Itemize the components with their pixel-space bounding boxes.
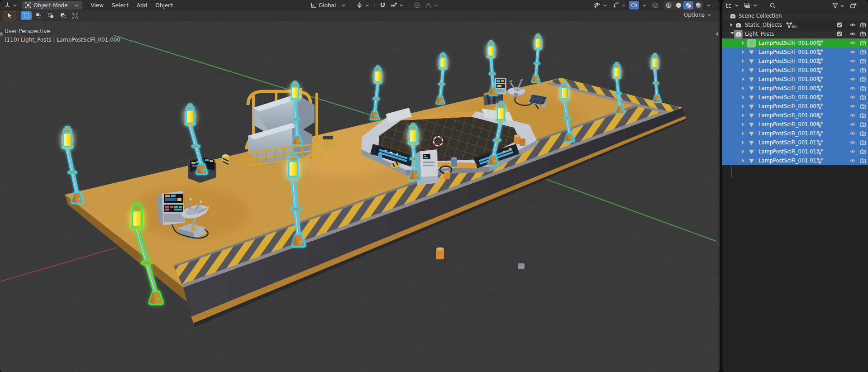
row-type-icon[interactable] xyxy=(735,31,742,38)
camera-icon[interactable] xyxy=(860,67,866,73)
outliner-row[interactable]: LampPostSciFi_001.007 xyxy=(722,102,868,111)
row-type-icon[interactable] xyxy=(748,103,755,110)
row-type-icon[interactable] xyxy=(730,13,736,19)
eye-icon[interactable] xyxy=(849,58,856,64)
outliner-row[interactable]: LampPostSciFi_001.013 xyxy=(722,156,868,165)
gizmo-dropdown[interactable] xyxy=(610,1,628,10)
row-type-icon[interactable] xyxy=(748,130,755,137)
camera-icon[interactable] xyxy=(860,49,866,55)
outliner-row[interactable]: LampPostSciFi_001.008 xyxy=(722,111,868,120)
eye-icon[interactable] xyxy=(849,31,856,37)
options-dropdown[interactable]: Options xyxy=(684,12,711,18)
select-mode-subtract-button[interactable] xyxy=(45,11,56,20)
view-layer-icon[interactable] xyxy=(744,2,750,9)
camera-icon[interactable] xyxy=(860,22,866,28)
select-mode-intersect-button[interactable] xyxy=(70,11,81,20)
expand-arrow[interactable] xyxy=(742,132,744,135)
eye-icon[interactable] xyxy=(849,76,856,82)
menu-add[interactable]: Add xyxy=(133,1,151,10)
expand-arrow[interactable] xyxy=(742,159,744,162)
select-mode-invert-button[interactable] xyxy=(57,11,68,20)
eye-icon[interactable] xyxy=(849,22,856,28)
outliner-row[interactable]: LampPostSciFi_001.000 xyxy=(722,38,868,48)
camera-icon[interactable] xyxy=(860,85,866,91)
outliner-row[interactable]: Static_Objects 66 xyxy=(722,20,868,29)
outliner-row[interactable]: LampPostSciFi_001.005 xyxy=(722,84,868,93)
expand-arrow[interactable] xyxy=(742,141,744,144)
eye-icon[interactable] xyxy=(849,67,856,73)
snap-toggle[interactable] xyxy=(377,1,387,10)
outliner-editor-icon[interactable] xyxy=(725,2,732,9)
snap-settings-dropdown[interactable] xyxy=(388,1,406,10)
orientation-dropdown[interactable]: Global xyxy=(308,1,348,10)
camera-icon[interactable] xyxy=(860,103,866,110)
outliner-row[interactable]: LampPostSciFi_001.009 xyxy=(722,120,868,129)
camera-icon[interactable] xyxy=(860,121,866,128)
shading-wireframe-button[interactable] xyxy=(663,1,673,10)
row-type-icon[interactable] xyxy=(748,148,755,155)
camera-icon[interactable] xyxy=(860,58,866,64)
camera-icon[interactable] xyxy=(860,157,866,164)
row-type-icon[interactable] xyxy=(748,139,755,146)
outliner-row[interactable]: Light_Posts xyxy=(722,29,868,38)
eye-icon[interactable] xyxy=(849,94,856,100)
outliner-row[interactable]: LampPostSciFi_001.010 xyxy=(722,129,868,138)
row-type-icon[interactable] xyxy=(748,85,755,92)
camera-icon[interactable] xyxy=(860,139,866,146)
outliner-row[interactable]: LampPostSciFi_001.001 xyxy=(722,48,868,57)
row-type-icon[interactable] xyxy=(748,121,755,128)
camera-icon[interactable] xyxy=(860,148,866,155)
row-type-icon[interactable] xyxy=(748,49,755,56)
shading-dropdown[interactable] xyxy=(704,2,713,9)
eye-icon[interactable] xyxy=(849,148,856,155)
eye-icon[interactable] xyxy=(849,157,856,164)
camera-icon[interactable] xyxy=(860,130,866,137)
row-type-icon[interactable] xyxy=(748,94,755,101)
expand-arrow[interactable] xyxy=(742,114,744,117)
camera-icon[interactable] xyxy=(860,40,866,46)
expand-arrow[interactable] xyxy=(730,32,734,34)
camera-icon[interactable] xyxy=(860,76,866,82)
filter-icon[interactable] xyxy=(832,2,839,9)
camera-icon[interactable] xyxy=(860,112,866,119)
outliner-row[interactable]: LampPostSciFi_001.004 xyxy=(722,75,868,84)
barrel-striped[interactable] xyxy=(222,154,229,164)
row-type-icon[interactable] xyxy=(748,157,755,164)
menu-view[interactable]: View xyxy=(87,1,108,10)
shading-rendered-button[interactable] xyxy=(693,1,703,10)
eye-icon[interactable] xyxy=(849,139,856,146)
expand-arrow[interactable] xyxy=(742,41,744,45)
select-mode-extend-button[interactable] xyxy=(33,11,44,20)
active-tool-tweak-button[interactable] xyxy=(4,11,15,20)
outliner-row[interactable]: LampPostSciFi_001.003 xyxy=(722,66,868,75)
eye-icon[interactable] xyxy=(849,103,856,110)
row-type-icon[interactable] xyxy=(748,40,755,47)
select-mode-set-button[interactable] xyxy=(21,11,32,20)
editor-type-button[interactable] xyxy=(2,1,19,10)
new-collection-icon[interactable] xyxy=(850,2,857,9)
outliner-row[interactable]: LampPostSciFi_001.011 xyxy=(722,138,868,147)
scene-canvas[interactable] xyxy=(0,0,720,372)
row-type-icon[interactable] xyxy=(748,112,755,119)
science-console[interactable] xyxy=(157,191,185,225)
expand-arrow[interactable] xyxy=(742,105,744,108)
expand-arrow[interactable] xyxy=(730,23,733,27)
eye-icon[interactable] xyxy=(849,40,856,46)
search-icon[interactable] xyxy=(769,2,776,9)
generator-box[interactable] xyxy=(322,138,334,148)
proportional-falloff-dropdown[interactable] xyxy=(423,1,440,10)
row-type-icon[interactable] xyxy=(748,58,755,65)
camera-icon[interactable] xyxy=(860,94,866,100)
toolbar-expand-arrow[interactable] xyxy=(0,32,3,36)
eye-icon[interactable] xyxy=(849,49,856,55)
expand-arrow[interactable] xyxy=(742,59,744,63)
outliner-row[interactable]: LampPostSciFi_001.006 xyxy=(722,93,868,102)
checkbox-icon[interactable] xyxy=(836,31,843,37)
row-type-icon[interactable] xyxy=(748,67,755,74)
expand-arrow[interactable] xyxy=(742,50,744,54)
expand-arrow[interactable] xyxy=(742,86,744,90)
expand-arrow[interactable] xyxy=(742,123,744,126)
eye-icon[interactable] xyxy=(849,130,856,137)
proportional-edit-toggle[interactable] xyxy=(412,1,422,10)
sidebar-expand-arrow[interactable] xyxy=(715,32,718,36)
